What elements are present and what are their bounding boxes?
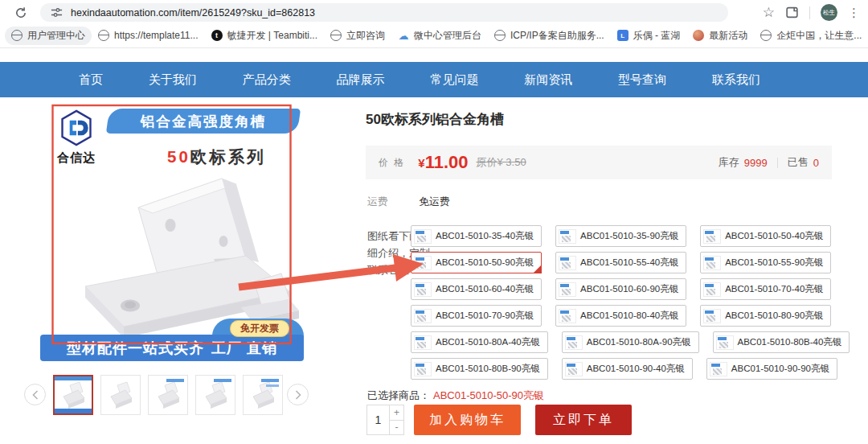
bookmark-favicon — [330, 30, 342, 41]
carousel-thumbnail[interactable] — [53, 375, 93, 415]
brand-name: 合信达 — [48, 150, 104, 166]
sku-option[interactable]: ABC01-5010-80B-40亮银 — [713, 331, 850, 353]
sku-option[interactable]: ABC01-5010-35-40亮银 — [411, 225, 542, 247]
sku-option-label: ABC01-5010-90-40亮银 — [587, 363, 685, 375]
site-nav: 首页 关于我们 产品分类 品牌展示 常见问题 新闻资讯 型号查询 联系我们 — [0, 62, 868, 97]
price-value: 11.00 — [425, 152, 469, 173]
browser-toolbar: hexindaautomation.com/item/2615249?sku_i… — [0, 0, 868, 23]
bookmark-item[interactable]: 乐偶 - 蓝湖 — [611, 27, 687, 45]
sku-option-label: ABC01-5010-80A-40亮银 — [436, 336, 540, 348]
nav-item[interactable]: 关于我们 — [149, 72, 197, 88]
sku-thumbnail-image — [414, 229, 432, 244]
thumbnail-image — [199, 379, 231, 411]
carousel-thumbnails — [53, 375, 283, 415]
sku-option[interactable]: ABC01-5010-35-90亮银 — [555, 225, 686, 247]
nav-item[interactable]: 产品分类 — [243, 72, 291, 88]
reload-button[interactable] — [14, 6, 27, 19]
buy-now-button[interactable]: 立即下单 — [535, 405, 632, 435]
bookmarks-bar: 用户管理中心 https://template11... 敏捷开发 | Team… — [0, 23, 868, 48]
bookmark-label: 微中心管理后台 — [414, 29, 481, 43]
bookmark-favicon — [98, 30, 109, 41]
bookmark-label: 敏捷开发 | Teambiti... — [227, 29, 317, 43]
quantity-stepper: + - — [366, 405, 404, 435]
product-gallery: 合信达 铝合金高强度角槽 50欧标系列 型材配件一站式买齐 工厂 — [39, 101, 305, 372]
bookmark-favicon — [398, 30, 409, 41]
sku-option[interactable]: ABC01-5010-80-40亮银 — [555, 305, 686, 327]
sku-option[interactable]: ABC01-5010-55-90亮银 — [700, 252, 831, 273]
chevron-right-icon — [295, 390, 301, 400]
bookmark-item[interactable]: 立即咨询 — [324, 27, 391, 45]
sku-option[interactable]: ABC01-5010-50-90亮银 — [411, 252, 542, 273]
sku-option[interactable]: ABC01-5010-80B-90亮银 — [411, 358, 548, 380]
bookmark-item[interactable]: ICP/IP备案自助服务... — [488, 27, 611, 45]
sku-option[interactable]: ABC01-5010-80A-40亮银 — [411, 331, 548, 353]
sku-thumbnail-image — [559, 229, 576, 244]
sku-option[interactable]: ABC01-5010-80-90亮银 — [700, 305, 831, 327]
selected-product-label: 已选择商品： — [367, 389, 430, 401]
sku-option[interactable]: ABC01-5010-60-90亮银 — [555, 278, 686, 300]
price-bar: 价 格 ¥ 11.00 原价¥ 3.50 库存 9999 已售 0 — [366, 146, 832, 179]
bookmark-favicon — [11, 30, 23, 41]
bookmark-item[interactable]: 用户管理中心 — [5, 27, 92, 45]
carousel-thumbnail[interactable] — [195, 375, 235, 415]
bookmark-label: 立即咨询 — [346, 29, 385, 43]
carousel-next-button[interactable] — [287, 384, 309, 405]
carousel-prev-button[interactable] — [24, 384, 46, 405]
sku-option-label: ABC01-5010-60-90亮银 — [580, 283, 678, 295]
menu-dots-icon[interactable]: ⋮ — [848, 6, 860, 18]
nav-item[interactable]: 常见问题 — [430, 72, 478, 88]
side-panel-button[interactable] — [785, 6, 799, 19]
bookmark-item[interactable]: https://template11... — [92, 27, 205, 43]
sku-option[interactable]: ABC01-5010-80A-90亮银 — [562, 331, 699, 353]
sku-option-label: ABC01-5010-55-90亮银 — [725, 257, 823, 269]
sku-thumbnail-image — [703, 309, 721, 323]
bookmark-star-icon[interactable]: ☆ — [763, 6, 775, 19]
sku-option[interactable]: ABC01-5010-70-90亮银 — [411, 305, 542, 327]
carousel-thumbnail[interactable] — [148, 375, 188, 415]
product-image — [43, 169, 301, 338]
sku-thumbnail-image — [565, 362, 583, 376]
chevron-left-icon — [32, 390, 39, 400]
sku-thumbnail-image — [565, 335, 583, 350]
nav-item[interactable]: 首页 — [79, 72, 103, 88]
nav-item[interactable]: 联系我们 — [712, 72, 760, 88]
add-to-cart-button[interactable]: 加入购物车 — [414, 405, 521, 435]
reload-icon — [14, 6, 27, 19]
nav-item[interactable]: 新闻资讯 — [524, 72, 572, 88]
toolbar-divider — [809, 6, 810, 19]
bookmark-item[interactable]: 微中心管理后台 — [391, 27, 488, 45]
bookmark-favicon — [211, 30, 223, 41]
selected-product-row: 已选择商品：ABC01-5010-50-90亮银 — [367, 388, 544, 403]
gallery-top-banner: 铝合金高强度角槽 — [106, 109, 301, 134]
carousel-thumbnail[interactable] — [100, 375, 141, 415]
bookmark-item[interactable]: 企炬中国，让生意... — [754, 27, 868, 45]
sku-option-label: ABC01-5010-80B-90亮银 — [436, 363, 540, 375]
quantity-decrease-button[interactable]: - — [390, 421, 403, 435]
sku-option[interactable]: ABC01-5010-55-40亮银 — [555, 252, 686, 273]
browser-window: hexindaautomation.com/item/2615249?sku_i… — [0, 0, 868, 444]
url-bar[interactable]: hexindaautomation.com/item/2615249?sku_i… — [40, 3, 728, 22]
stock-sold-group: 库存 9999 已售 0 — [719, 155, 819, 170]
sold-value: 0 — [813, 157, 819, 169]
quantity-increase-button[interactable]: + — [390, 405, 403, 421]
carousel-thumbnail[interactable] — [243, 375, 283, 415]
thumbnail-image — [57, 379, 89, 411]
bookmark-item[interactable]: 敏捷开发 | Teambiti... — [205, 27, 324, 45]
series-caption: 50欧标系列 — [167, 146, 266, 168]
quantity-input[interactable] — [367, 405, 389, 434]
sku-option[interactable]: ABC01-5010-60-40亮银 — [411, 278, 542, 300]
sku-option[interactable]: ABC01-5010-90-40亮银 — [562, 358, 693, 380]
sku-option[interactable]: ABC01-5010-50-40亮银 — [700, 225, 831, 247]
shipping-value: 免运费 — [419, 195, 450, 209]
sku-option-label: ABC01-5010-80-40亮银 — [580, 310, 678, 322]
stock-label: 库存 — [719, 155, 739, 170]
price-currency: ¥ — [418, 156, 424, 170]
sku-option[interactable]: ABC01-5010-90-90亮银 — [706, 358, 837, 380]
bookmark-label: 企炬中国，让生意... — [776, 29, 862, 43]
nav-item[interactable]: 品牌展示 — [337, 72, 385, 88]
sku-thumbnail-image — [414, 335, 432, 350]
sku-option[interactable]: ABC01-5010-70-40亮银 — [700, 278, 831, 300]
bookmark-item[interactable]: 最新活动 — [686, 27, 754, 45]
nav-item[interactable]: 型号查询 — [618, 72, 666, 88]
profile-avatar[interactable]: 松生 — [821, 4, 837, 21]
